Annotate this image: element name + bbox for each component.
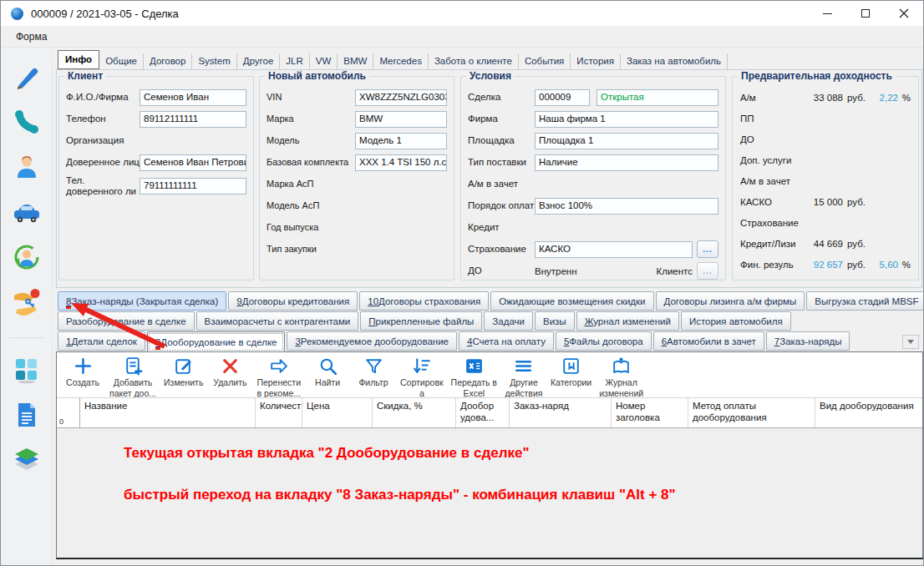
tab-mercedes[interactable]: Mercedes (373, 53, 429, 70)
export-excel-button[interactable]: Передать вExcel (449, 355, 500, 399)
amount-value: 92 657 (800, 260, 843, 270)
apps-icon[interactable] (10, 353, 43, 387)
field-label: Порядок оплат (468, 200, 535, 211)
tab-dogovory-strakhovaniya[interactable]: 10 Договоры страхования (359, 291, 489, 311)
tab-system[interactable]: System (192, 53, 236, 70)
car-icon[interactable] (10, 195, 43, 229)
tab-zakaz-na-avtomobil[interactable]: Заказ на автомобиль (621, 53, 728, 70)
trustee-phone-field[interactable]: 79111111111 (140, 178, 246, 195)
other-actions-button[interactable]: Другиедействия (502, 355, 546, 399)
tab-avtomobili-v-zachet[interactable]: 6 Автомобили в зачет (653, 331, 764, 351)
column-header-kolichestvo[interactable]: Количество (256, 398, 302, 427)
sort-button[interactable]: Сортировка (398, 355, 446, 399)
column-header-metod-oplaty[interactable]: Метод оплаты дооборудования (688, 398, 815, 427)
insurance-ellipsis-button[interactable]: ... (697, 240, 718, 258)
tab-drugoe[interactable]: Другое (237, 53, 281, 70)
tab-istoriya[interactable]: История (571, 53, 621, 70)
client-name-field[interactable]: Семенов Иван (140, 89, 246, 106)
menu-item-forma[interactable]: Форма (16, 31, 47, 43)
pen-icon[interactable] (10, 60, 43, 93)
edit-button[interactable]: Изменить (161, 355, 206, 389)
categories-button[interactable]: Категории (548, 355, 594, 389)
column-header-doobor[interactable]: Дообор удова... (456, 398, 510, 427)
tab-info[interactable]: Инфо (58, 50, 99, 70)
tab-overflow-button[interactable] (902, 335, 919, 349)
tab-istoriya-avtomobilya[interactable]: История автомобиля (681, 311, 791, 331)
tab-razoborudovanie[interactable]: Разоборудование в сделке (58, 311, 195, 331)
field-label: Тип закупки (267, 244, 355, 255)
tab-bmw[interactable]: BMW (338, 53, 373, 70)
column-header-vid-dooborudovaniya[interactable]: Вид дооборудования (815, 398, 922, 427)
tab-detali-sdelok[interactable]: 1 Детали сделок (58, 331, 145, 351)
do-ellipsis-button[interactable]: ... (697, 262, 718, 280)
maximize-button[interactable] (846, 1, 885, 26)
tab-fayly-dogovora[interactable]: 5 Файлы договора (556, 331, 652, 351)
field-label: Кредит (468, 222, 535, 233)
field-label: Тип поставки (468, 157, 535, 168)
deal-status-field[interactable]: Открытая (597, 89, 718, 106)
site-field[interactable]: Площадка 1 (535, 133, 718, 149)
phone-icon[interactable] (10, 105, 43, 139)
tab-zhurnal-izmeneniy[interactable]: Журнал изменений (576, 311, 679, 331)
tab-scheta-na-oplatu[interactable]: 4 Счета на оплату (459, 331, 554, 351)
field-label: Страхование (468, 244, 535, 255)
create-button[interactable]: Создать (61, 355, 104, 389)
tab-vzaimoraschety[interactable]: Взаиморасчеты с контрагентами (196, 311, 359, 331)
profit-row: КАСКО15 000руб. (733, 191, 918, 212)
tab-dogovory-kreditovaniya[interactable]: 9 Договоры кредитования (228, 291, 358, 311)
client-group: Клиент Ф.И.О./ФирмаСеменов Иван Телефон8… (58, 76, 254, 280)
change-log-button[interactable]: Журнализменений (597, 355, 646, 399)
tab-vygruzka-mbsf[interactable]: Выгрузка стадий MBSF (806, 291, 924, 311)
column-header-skidka[interactable]: Скидка, % (373, 398, 456, 427)
tab-dooborudovanie-v-sdelke[interactable]: 2 Дооборудование в сделке (147, 331, 286, 352)
insurance-field[interactable]: КАСКО (535, 241, 693, 258)
tab-zadachi[interactable]: Задачи (484, 311, 533, 331)
model-field[interactable]: Модель 1 (355, 133, 447, 149)
column-header-nomer-zagolovka[interactable]: Номер заголовка (612, 398, 688, 427)
close-button[interactable] (885, 1, 923, 26)
field-label: Ф.И.О./Фирма (66, 92, 140, 103)
search-icon (317, 356, 338, 376)
payment-order-field[interactable]: Взнос 100% (535, 198, 718, 215)
base-config-field[interactable]: XXX 1.4 TSI 150 л.с. ( (355, 154, 447, 171)
column-header-tsena[interactable]: Цена (302, 398, 373, 427)
field-label: Модель (267, 135, 355, 146)
tab-vizy[interactable]: Визы (535, 311, 575, 331)
trustee-field[interactable]: Семенов Иван Петрович (140, 154, 246, 171)
amount-value: 44 669 (800, 239, 843, 249)
tab-prikreplennye-fayly[interactable]: Прикрепленные файлы (360, 311, 482, 331)
firm-field[interactable]: Наша фирма 1 (535, 111, 718, 128)
column-header-nazvanie[interactable]: Название (80, 398, 256, 427)
deal-number-field[interactable]: 000009 (535, 89, 590, 106)
column-header-zakaz-naryad[interactable]: Заказ-наряд (510, 398, 612, 427)
brand-field[interactable]: BMW (355, 111, 447, 128)
tab-obshchie[interactable]: Общие (99, 53, 144, 70)
delete-button[interactable]: Удалить (208, 355, 251, 389)
tab-dogovor[interactable]: Договор (144, 53, 192, 70)
tab-dogovory-lizinga[interactable]: Договоры лизинга а/м фирмы (656, 291, 805, 311)
tab-zakaz-naryady[interactable]: 7 Заказ-наряды (766, 331, 850, 351)
move-to-recommended-button[interactable]: Перенестив рекоме... (254, 355, 303, 399)
supply-type-field[interactable]: Наличие (535, 154, 718, 171)
tab-rekomenduemoe-dooborudovanie[interactable]: 3 Рекомендуемое дооборудование (287, 331, 457, 351)
layers-icon[interactable] (10, 443, 43, 477)
client-exchange-icon[interactable] (10, 240, 43, 274)
tab-sobytiya[interactable]: События (519, 53, 571, 70)
minimize-icon (823, 13, 832, 14)
excel-icon (464, 356, 485, 376)
document-icon[interactable] (10, 398, 43, 432)
client-phone-field[interactable]: 89112111111 (140, 111, 246, 128)
tab-zakaz-naryady-zakrytaya[interactable]: 8 Заказ-наряды (Закрытая сделка) (58, 291, 226, 311)
find-button[interactable]: Найти (306, 355, 349, 389)
filter-button[interactable]: Фильтр (352, 355, 395, 389)
add-package-button[interactable]: Добавитьпакет доо... (107, 355, 159, 399)
tab-jlr[interactable]: JLR (280, 53, 309, 70)
client-icon[interactable] (10, 150, 43, 184)
tab-vw[interactable]: VW (310, 53, 338, 70)
key-handover-icon[interactable] (10, 286, 43, 319)
tab-ozhidayushchie-vozmeshcheniya[interactable]: Ожидающие возмещения скидки (490, 291, 653, 311)
minimize-button[interactable] (808, 1, 846, 26)
tab-zabota[interactable]: Забота о клиенте (429, 53, 519, 70)
vin-field[interactable]: XW8ZZZ5NZLG030378 (355, 89, 447, 106)
profit-row: ДО (733, 129, 918, 149)
